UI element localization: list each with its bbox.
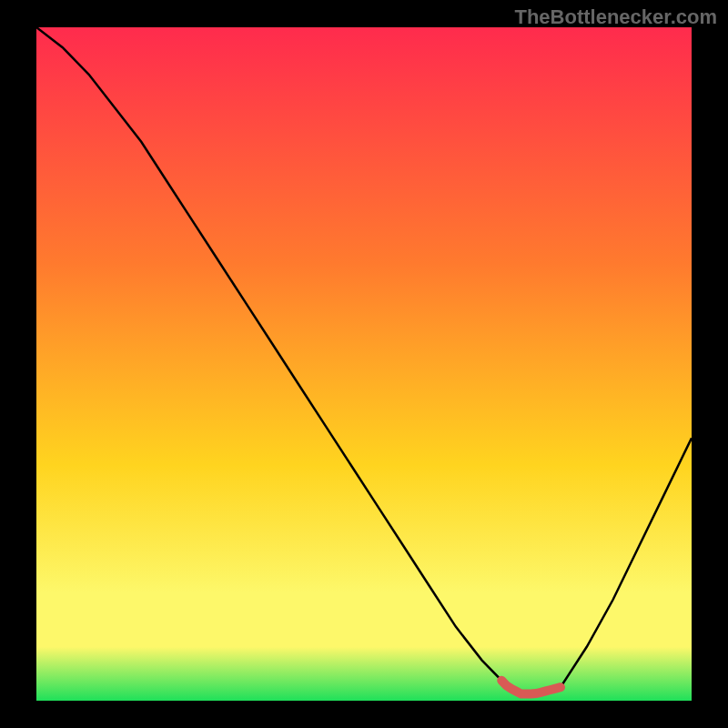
gradient-background: [36, 27, 692, 701]
watermark-text: TheBottlenecker.com: [514, 5, 717, 29]
chart-container: TheBottlenecker.com: [0, 0, 728, 728]
chart-svg: [36, 27, 692, 701]
plot-area: [36, 27, 692, 701]
